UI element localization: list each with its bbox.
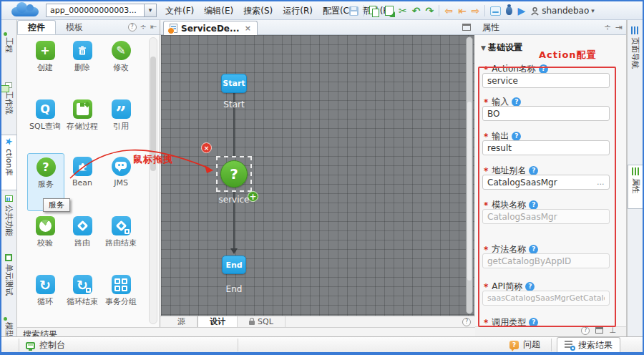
palette-item-route-end[interactable]: 路由结束	[102, 216, 140, 248]
service-doc-icon	[170, 24, 177, 33]
properties-title: 属性	[482, 21, 499, 34]
editor-tab-servicedesign[interactable]: ServiceDe... ×	[163, 21, 258, 35]
search-results-tab[interactable]: 搜索结果	[557, 337, 620, 352]
save-icon[interactable]	[349, 6, 358, 16]
pin-icon[interactable]: ⇥	[615, 22, 623, 32]
section-basic-settings[interactable]: ▼基础设置	[481, 42, 522, 54]
sidebar-tab-label: 属性	[630, 178, 641, 194]
action-config-annotation: Action配置	[539, 49, 597, 62]
palette-item-create[interactable]: + 创建	[26, 41, 64, 73]
sidebar-tab-page-nav[interactable]: 页面导航	[628, 24, 643, 90]
collapse-arrow-icon: ▼	[481, 44, 486, 52]
service-node[interactable]: ?	[220, 160, 248, 188]
user-dropdown-icon: ▾	[591, 7, 595, 14]
app-selector[interactable]: app_000000000003...	[46, 4, 145, 17]
help-icon[interactable]: ?	[128, 23, 137, 31]
redo-icon[interactable]: ↷	[425, 6, 434, 16]
delete-connection-icon[interactable]: ×	[201, 142, 212, 153]
tab-sql[interactable]: SQL	[238, 316, 286, 327]
palette-item-sql-query[interactable]: Q SQL查询	[26, 99, 64, 132]
reference-quote-icon: ”	[112, 99, 131, 119]
tab-design[interactable]: 设计	[197, 316, 238, 327]
search-results-label: 搜索结果	[578, 339, 613, 351]
tab-templates[interactable]: 模板	[56, 20, 93, 34]
help-icon[interactable]: ?	[462, 318, 471, 326]
palette-item-loop[interactable]: ↻ 循环	[26, 275, 64, 307]
palette-item-transaction-group[interactable]: 事务分组	[102, 275, 140, 307]
output-param-input[interactable]	[482, 140, 610, 155]
page-nav-icon	[631, 26, 639, 34]
app-selector-dropdown-icon[interactable]: ▾	[145, 4, 157, 17]
transaction-group-icon	[112, 275, 131, 294]
lock-icon	[249, 321, 255, 325]
debug-bug-icon[interactable]	[506, 6, 512, 15]
sidebar-tab-action-library[interactable]: ★ction库	[1, 135, 17, 190]
undo-icon[interactable]: ↶	[412, 6, 421, 16]
sidebar-tab-project[interactable]: 工程	[1, 24, 17, 74]
split-view-icon[interactable]: ÷	[604, 22, 611, 32]
menu-search[interactable]: 搜索(S)	[238, 5, 278, 17]
jms-chat-icon	[112, 157, 131, 176]
forward-icon[interactable]: ⇨	[472, 6, 480, 16]
menu-file[interactable]: 文件(F)	[160, 5, 199, 17]
stored-procedure-icon	[73, 99, 92, 119]
sidebar-tab-properties[interactable]: 属性	[628, 165, 643, 209]
model-driven-icon	[5, 311, 13, 319]
close-icon[interactable]: ×	[245, 24, 251, 33]
user-menu[interactable]: shandebao ▾	[530, 6, 595, 16]
sidebar-tab-workflow[interactable]: 工作流	[1, 80, 17, 132]
help-icon[interactable]: ?	[581, 326, 590, 335]
palette-scrollbar[interactable]	[149, 37, 157, 324]
cut-icon[interactable]: ✂	[399, 6, 407, 16]
action-name-input[interactable]	[482, 73, 610, 88]
search-results-icon	[565, 341, 574, 349]
minimize-icon[interactable]: ⊥	[609, 326, 616, 335]
maximize-icon[interactable]	[462, 24, 471, 31]
collapsed-panel-label: 搜索结果	[23, 329, 57, 336]
palette-item-modify[interactable]: ✎ 修改	[102, 41, 140, 73]
toolbar-separator	[484, 5, 485, 16]
restore-window-icon[interactable]	[595, 327, 603, 334]
address-alias-input[interactable]	[482, 175, 610, 190]
pin-icon[interactable]: ⇤	[150, 22, 157, 31]
palette-item-stored-procedure[interactable]: 存储过程	[64, 99, 101, 132]
toolbar: ✂ ↶ ↷ ⇦ ⇤ ⇨ ▶ shandebao ▾	[349, 1, 595, 20]
problems-tab[interactable]: ? 问题	[502, 337, 547, 352]
properties-header: 属性 ÷ ⇥	[475, 20, 626, 35]
palette-item-route[interactable]: 路由	[64, 216, 101, 248]
input-param-input[interactable]	[482, 106, 610, 121]
sidebar-tab-common-functions[interactable]: 公共功能	[1, 193, 17, 249]
palette-item-delete[interactable]: 删除	[64, 41, 101, 73]
split-view-icon[interactable]: ÷	[140, 22, 147, 31]
sidebar-tab-label: 工作流	[4, 91, 14, 115]
palette-item-loop-end[interactable]: ↻ 循环结束	[64, 275, 101, 307]
start-node[interactable]: Start	[221, 74, 247, 93]
tab-controls[interactable]: 控件	[17, 20, 56, 34]
menu-run[interactable]: 运行(R)	[278, 5, 318, 17]
sidebar-tab-label: ction库	[4, 149, 14, 176]
console-tab[interactable]: 控制台	[26, 339, 65, 351]
snapshot-icon[interactable]	[490, 6, 501, 16]
palette-item-reference[interactable]: ” 引用	[102, 99, 140, 132]
sidebar-tab-label: 页面导航	[630, 37, 640, 69]
tab-source[interactable]: 源	[160, 316, 197, 327]
sidebar-tab-unit-test[interactable]: 单元测试	[1, 252, 17, 308]
palette-item-bean[interactable]: Bean	[64, 157, 101, 188]
run-icon[interactable]: ▶	[517, 6, 525, 16]
end-node[interactable]: End	[222, 256, 246, 274]
canvas-scrollbar[interactable]	[466, 37, 473, 314]
last-edit-icon[interactable]: ⇤	[458, 6, 467, 16]
start-node-label: Start	[205, 99, 263, 110]
copy-icon[interactable]	[369, 6, 380, 16]
menu-edit[interactable]: 编辑(E)	[199, 5, 238, 17]
design-canvas[interactable]: Start Start ? × + service End End	[161, 35, 474, 316]
palette-item-label: 修改	[102, 62, 140, 73]
palette-item-validate[interactable]: 校验	[26, 216, 64, 248]
canvas-scrollbar-thumb[interactable]	[467, 102, 472, 281]
collapsed-search-results-panel[interactable]: 搜索结果	[17, 327, 475, 336]
browse-more-button[interactable]: ...	[597, 178, 605, 187]
action-library-star-icon: ★	[5, 137, 13, 146]
palette-item-label: 删除	[64, 62, 101, 73]
paste-icon[interactable]	[385, 6, 394, 16]
back-icon[interactable]: ⇦	[444, 6, 453, 16]
